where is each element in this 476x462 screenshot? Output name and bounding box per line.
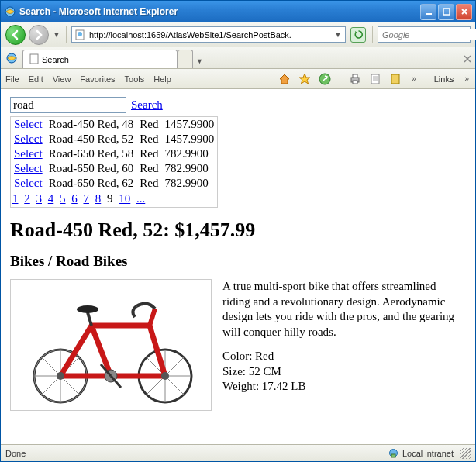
page-icon [74, 29, 86, 41]
pager-link[interactable]: 4 [48, 192, 54, 205]
menu-favorites[interactable]: Favorites [80, 74, 115, 84]
tools-icon[interactable] [388, 72, 402, 86]
back-button[interactable] [5, 25, 26, 45]
titlebar: Search - Microsoft Internet Explorer [1, 1, 475, 22]
result-name: Road-650 Red, 62 [46, 176, 137, 191]
product-color: Color: Red [222, 349, 466, 364]
pager-link[interactable]: 8 [95, 192, 102, 205]
svg-rect-6 [30, 54, 38, 64]
window-title: Search - Microsoft Internet Explorer [19, 6, 420, 17]
result-name: Road-450 Red, 52 [46, 132, 137, 147]
select-link[interactable]: Select [14, 133, 43, 145]
new-tab-button[interactable] [178, 50, 193, 68]
product-description-block: A true multi-sport bike that offers stre… [222, 279, 466, 395]
favorites-icon[interactable] [4, 50, 19, 67]
table-row: SelectRoad-650 Red, 60Red782.9900 [11, 161, 218, 176]
links-overflow-icon[interactable]: » [464, 74, 467, 83]
pager-link[interactable]: 5 [60, 192, 66, 205]
page-icon-toolbar[interactable] [368, 72, 382, 86]
feeds-icon[interactable] [318, 72, 332, 86]
menu-view[interactable]: View [53, 74, 71, 84]
select-link[interactable]: Select [14, 162, 43, 174]
maximize-button[interactable] [438, 4, 454, 20]
favorites-star-icon[interactable] [298, 72, 312, 86]
results-table: SelectRoad-450 Red, 48Red1457.9900Select… [10, 116, 218, 208]
table-row: SelectRoad-450 Red, 48Red1457.9900 [11, 117, 218, 133]
result-name: Road-650 Red, 58 [46, 147, 137, 161]
resize-grip[interactable] [460, 448, 471, 459]
links-label[interactable]: Links [434, 74, 454, 84]
url-dropdown[interactable]: ▼ [333, 31, 343, 39]
nav-history-dropdown[interactable]: ▼ [52, 31, 61, 39]
forward-button[interactable] [29, 25, 49, 45]
result-price: 782.9900 [161, 147, 217, 161]
tab-page-icon [29, 53, 39, 66]
print-icon[interactable] [348, 72, 362, 86]
svg-point-30 [57, 372, 64, 380]
result-price: 782.9900 [161, 161, 217, 176]
result-color: Red [136, 161, 161, 176]
svg-rect-10 [353, 81, 357, 84]
result-price: 1457.9900 [161, 117, 217, 133]
result-price: 782.9900 [161, 176, 217, 191]
svg-line-25 [88, 312, 91, 326]
menu-help[interactable]: Help [153, 74, 171, 84]
browser-search-box[interactable] [378, 26, 471, 43]
product-image [10, 279, 212, 411]
pager: 1 2 3 4 5 6 7 8 9 10 ... [11, 191, 218, 208]
pager-link[interactable]: 3 [36, 192, 43, 205]
svg-point-4 [78, 32, 82, 36]
tab-bar: Search ▼ [1, 47, 475, 69]
svg-point-31 [161, 372, 169, 380]
select-link[interactable]: Select [14, 147, 43, 160]
browser-search-input[interactable] [381, 29, 476, 40]
product-title: Road-450 Red, 52: $1,457.99 [10, 219, 466, 242]
ie-icon [4, 5, 16, 18]
tab-title: Search [42, 55, 69, 64]
menu-file[interactable]: File [5, 74, 19, 84]
pager-link[interactable]: 7 [84, 192, 90, 205]
svg-rect-2 [443, 9, 450, 15]
tab-active[interactable]: Search [22, 50, 178, 68]
address-bar[interactable]: ▼ [71, 26, 346, 43]
select-link[interactable]: Select [14, 118, 43, 130]
zone-icon [388, 448, 399, 459]
result-price: 1457.9900 [161, 132, 217, 147]
search-input[interactable] [10, 97, 126, 113]
pager-link[interactable]: 6 [71, 192, 78, 205]
pager-link[interactable]: 1 [12, 192, 19, 205]
refresh-button[interactable] [350, 27, 366, 43]
pager-link[interactable]: 10 [119, 192, 130, 205]
result-name: Road-650 Red, 60 [46, 161, 137, 176]
select-link[interactable]: Select [14, 177, 43, 189]
category-heading: Bikes / Road Bikes [10, 253, 466, 270]
menu-bar: File Edit View Favorites Tools Help » Li… [1, 69, 475, 89]
search-link[interactable]: Search [131, 98, 163, 112]
product-size: Size: 52 CM [222, 364, 466, 380]
result-color: Red [136, 117, 161, 133]
tab-overflow-icon[interactable]: ▼ [196, 57, 203, 65]
tab-list-close-icon[interactable] [463, 54, 472, 65]
toolbar-overflow-icon[interactable]: » [412, 74, 415, 83]
pager-link[interactable]: 2 [24, 192, 30, 205]
page-content: Search SelectRoad-450 Red, 48Red1457.990… [1, 89, 475, 444]
home-icon[interactable] [278, 72, 291, 86]
svg-rect-12 [391, 74, 399, 84]
pager-link[interactable]: ... [136, 192, 145, 205]
minimize-button[interactable] [420, 4, 436, 20]
table-row: SelectRoad-650 Red, 58Red782.9900 [11, 147, 218, 161]
zone-text: Local intranet [402, 449, 454, 458]
svg-rect-33 [391, 454, 395, 457]
url-input[interactable] [88, 29, 333, 40]
svg-rect-1 [426, 13, 432, 15]
svg-rect-9 [353, 74, 357, 78]
table-row: SelectRoad-650 Red, 62Red782.9900 [11, 176, 218, 191]
menu-edit[interactable]: Edit [29, 74, 43, 84]
result-color: Red [136, 147, 161, 161]
table-row: SelectRoad-450 Red, 52Red1457.9900 [11, 132, 218, 147]
result-name: Road-450 Red, 48 [46, 117, 137, 133]
menu-tools[interactable]: Tools [125, 74, 145, 84]
close-button[interactable] [456, 4, 472, 20]
svg-line-24 [150, 309, 155, 326]
svg-point-26 [77, 305, 98, 313]
